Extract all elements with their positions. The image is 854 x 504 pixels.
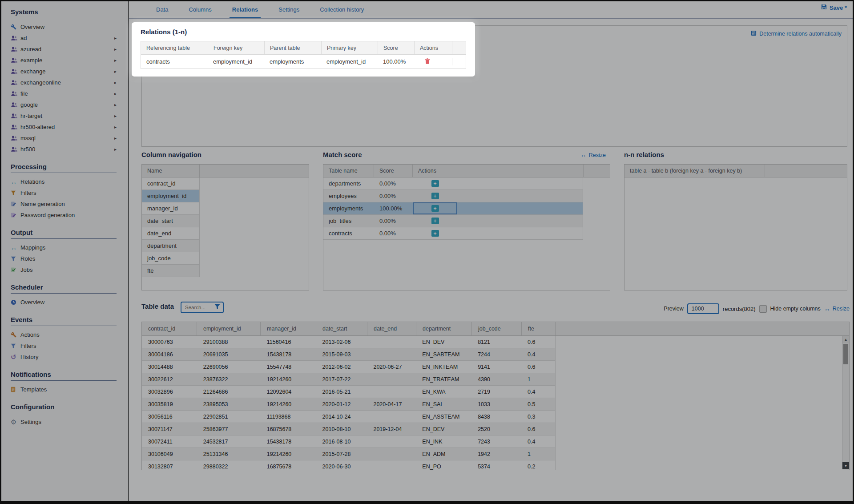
column-nav-row-date-end[interactable]: date_end: [142, 227, 200, 240]
add-relation-button[interactable]: +: [431, 180, 439, 187]
sidebar-item-label: Filters: [20, 190, 36, 196]
sidebar-item-jobs[interactable]: Jobs: [11, 264, 117, 275]
sidebar-item-overview[interactable]: Overview ▸: [11, 21, 117, 32]
department-cell: EN_KWA: [416, 389, 471, 395]
contract-id-cell: 30106049: [142, 451, 197, 457]
sidebar-item-settings[interactable]: ⚙ Settings: [11, 416, 117, 427]
table-row[interactable]: 30022612 23876322 19214260 2017-07-22 EN…: [142, 373, 556, 386]
tab-data[interactable]: Data: [153, 6, 171, 18]
match-score-row-employments[interactable]: employments 100.00% +: [323, 202, 583, 215]
sidebar-item-mappings[interactable]: ↔ Mappings: [11, 242, 117, 253]
sidebar-item-exchangeonline[interactable]: exchangeonline ▸: [11, 77, 117, 88]
resize-table-data-button[interactable]: ↔ Resize: [824, 306, 850, 312]
scroll-up-icon[interactable]: ▲: [842, 336, 849, 343]
delete-relation-button[interactable]: [414, 58, 452, 65]
scroll-down-icon[interactable]: ▼: [842, 462, 849, 469]
fte-cell: 0.6: [521, 339, 555, 345]
column-nav-row-employment-id[interactable]: employment_id: [142, 190, 200, 202]
column-name-cell: contract_id: [147, 180, 176, 187]
preview-count-input[interactable]: [687, 303, 719, 314]
table-row[interactable]: 30004186 20691035 15438178 2015-09-03 EN…: [142, 348, 556, 361]
sidebar-item-google[interactable]: google ▸: [11, 99, 117, 110]
filter-funnel-icon[interactable]: [214, 303, 220, 311]
match-score-row-departments[interactable]: departments 0.00% +: [323, 177, 583, 190]
tab-columns[interactable]: Columns: [186, 6, 214, 18]
sidebar-item-hr500[interactable]: hr500 ▸: [11, 144, 117, 155]
match-score-row-contracts[interactable]: contracts 0.00% +: [323, 227, 583, 240]
table-row[interactable]: 30035819 23895053 19214260 2020-01-12 20…: [142, 398, 556, 411]
manager-id-cell: 15438178: [261, 439, 316, 445]
sidebar-item-overview[interactable]: Overview: [11, 297, 117, 308]
sidebar-section-title: Systems: [11, 8, 117, 18]
sidebar-item-name-generation[interactable]: Name generation: [11, 198, 117, 210]
match-score-panel: ↔ Resize Match score Table nameScoreActi…: [323, 151, 610, 290]
fte-cell: 0.4: [521, 389, 555, 395]
add-relation-button[interactable]: +: [431, 205, 439, 212]
relation-row[interactable]: contracts employment_id employments empl…: [141, 55, 466, 69]
column-header: Score: [378, 41, 414, 54]
sidebar-item-filters[interactable]: Filters: [11, 340, 117, 351]
users-icon: [11, 57, 20, 63]
sidebar-item-exchange[interactable]: exchange ▸: [11, 66, 117, 77]
column-nav-row-contract-id[interactable]: contract_id: [142, 177, 200, 190]
match-score-row-employees[interactable]: employees 0.00% +: [323, 190, 583, 202]
search-input[interactable]: [184, 304, 214, 310]
relations-table-header: Referencing tableForeign keyParent table…: [141, 41, 466, 55]
table-row[interactable]: 30071147 25863977 16875678 2010-08-10 20…: [142, 423, 556, 435]
nn-relations-header: table a - table b (foreign key a - forei…: [624, 165, 847, 177]
vertical-scrollbar[interactable]: ▲ ▼: [842, 336, 849, 469]
column-nav-row-date-start[interactable]: date_start: [142, 215, 200, 227]
sidebar-item-mssql[interactable]: mssql ▸: [11, 133, 117, 144]
tab-collection-history[interactable]: Collection history: [317, 6, 367, 18]
sidebar-item-hr-target[interactable]: hr-target ▸: [11, 110, 117, 121]
fte-cell: 0.6: [521, 426, 555, 432]
sidebar-item-history[interactable]: ↺ History: [11, 351, 117, 363]
sidebar-item-file[interactable]: file ▸: [11, 88, 117, 99]
manager-id-cell: 19214260: [261, 401, 316, 407]
sidebar-item-label: Overview: [20, 24, 44, 30]
relations-table: Referencing tableForeign keyParent table…: [141, 41, 466, 69]
table-row[interactable]: 30032896 21264686 12092604 2016-05-21 EN…: [142, 386, 556, 398]
column-nav-row-manager-id[interactable]: manager_id: [142, 202, 200, 215]
records-count: records(802): [723, 306, 756, 312]
sidebar-section-scheduler: Scheduler Overview: [11, 283, 117, 308]
resize-label: Resize: [833, 306, 850, 312]
table-row[interactable]: 30056116 22902851 11193868 2014-10-24 EN…: [142, 411, 556, 423]
nn-relations-box: table a - table b (foreign key a - forei…: [624, 164, 847, 290]
sidebar-item-label: hr500: [20, 146, 35, 153]
save-button[interactable]: Save *: [821, 4, 847, 11]
table-row[interactable]: 30000763 29100388 11560416 2013-02-06 EN…: [142, 336, 556, 348]
table-row[interactable]: 30014488 22690056 15547748 2012-06-02 20…: [142, 361, 556, 373]
sidebar-item-templates[interactable]: Templates: [11, 384, 117, 395]
sidebar-item-azuread[interactable]: azuread ▸: [11, 44, 117, 55]
sidebar-item-password-generation[interactable]: Password generation: [11, 210, 117, 221]
table-row[interactable]: 30106049 25131346 19214260 2015-07-28 EN…: [142, 448, 556, 460]
manager-id-cell: 15547748: [261, 364, 316, 370]
column-nav-row-department[interactable]: department: [142, 240, 200, 252]
add-relation-button[interactable]: +: [431, 193, 439, 199]
score-cell: 0.00%: [374, 218, 413, 224]
add-relation-button[interactable]: +: [431, 218, 439, 224]
add-relation-button[interactable]: +: [431, 230, 439, 237]
date-start-cell: 2010-08-10: [316, 426, 367, 432]
resize-match-score-button[interactable]: ↔ Resize: [580, 152, 606, 158]
sidebar-item-roles[interactable]: Roles: [11, 253, 117, 264]
sidebar-item-ad[interactable]: ad ▸: [11, 32, 117, 44]
sidebar-item-hr500-altered[interactable]: hr500-altered ▸: [11, 121, 117, 133]
table-row[interactable]: 30132807 29880322 16875678 2020-06-30 EN…: [142, 460, 556, 470]
scrollbar-thumb[interactable]: [843, 344, 848, 364]
determine-relations-button[interactable]: Determine relations automatically: [751, 30, 842, 37]
hide-empty-columns-checkbox[interactable]: [759, 305, 767, 313]
match-score-row-job-titles[interactable]: job_titles 0.00% +: [323, 215, 583, 227]
sidebar-item-example[interactable]: example ▸: [11, 55, 117, 66]
sidebar-item-actions[interactable]: Actions: [11, 329, 117, 340]
job-code-cell: 7244: [471, 351, 521, 358]
sidebar-item-label: Relations: [20, 178, 44, 185]
column-nav-row-fte[interactable]: fte: [142, 265, 200, 277]
tab-relations[interactable]: Relations: [230, 6, 261, 18]
sidebar-item-filters[interactable]: Filters: [11, 187, 117, 198]
column-nav-row-job-code[interactable]: job_code: [142, 252, 200, 265]
tab-settings[interactable]: Settings: [276, 6, 302, 18]
sidebar-item-relations[interactable]: ↔ Relations: [11, 176, 117, 187]
table-row[interactable]: 30072411 24532817 15438178 2016-08-10 EN…: [142, 435, 556, 448]
